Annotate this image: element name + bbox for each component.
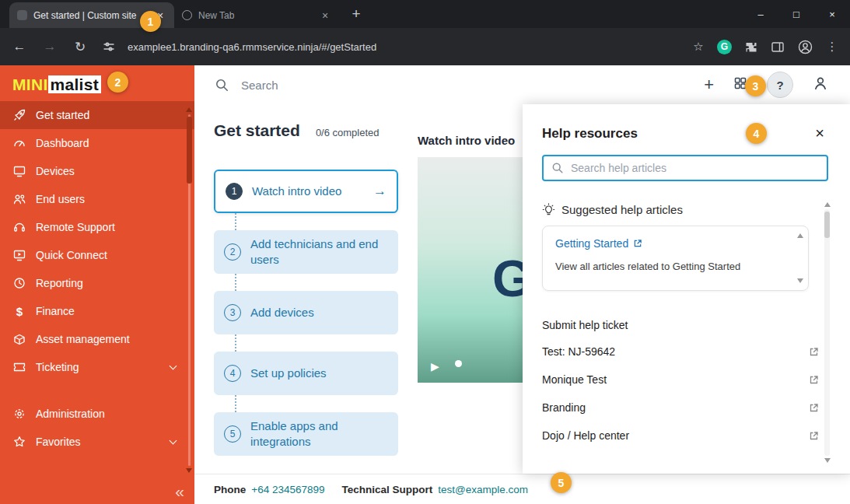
forward-button[interactable]: → — [40, 37, 60, 57]
support-email-link[interactable]: test@example.com — [438, 484, 528, 495]
scroll-up-arrow-icon[interactable] — [186, 107, 192, 112]
annotation-badge-3: 3 — [745, 75, 766, 96]
sidebar-divider — [0, 381, 194, 400]
step-label: Enable apps and integrations — [250, 418, 388, 450]
quick-connect-icon — [12, 248, 26, 262]
submit-ticket-heading: Submit help ticket — [542, 319, 828, 331]
tab-title: Get started | Custom site — [33, 10, 148, 21]
sidebar-item-reporting[interactable]: Reporting — [0, 269, 194, 297]
help-panel-header: Help resources × — [542, 124, 828, 142]
external-link-icon[interactable] — [809, 403, 819, 413]
external-link-icon[interactable] — [809, 375, 819, 385]
reload-button[interactable]: ↻ — [70, 37, 90, 57]
profile-avatar-icon[interactable] — [796, 40, 813, 54]
help-search-box[interactable] — [542, 155, 828, 181]
phone-link[interactable]: +64 234567899 — [251, 484, 324, 495]
menu-kebab-icon[interactable]: ⋮ — [824, 40, 841, 54]
scrollbar-thumb[interactable] — [824, 212, 830, 238]
sidebar-item-label: Ticketing — [36, 361, 79, 373]
tab-close-icon[interactable]: × — [319, 9, 331, 22]
step-add-technicians[interactable]: 2 Add technicians and end users — [214, 230, 398, 274]
logo-text-secondary: malist — [48, 75, 102, 93]
help-panel-title: Help resources — [542, 126, 638, 142]
help-panel-scrollbar[interactable] — [824, 202, 831, 463]
step-number-badge: 1 — [226, 183, 243, 200]
close-icon[interactable]: × — [811, 124, 828, 142]
step-label: Add devices — [250, 305, 314, 320]
globe-favicon-icon — [182, 10, 192, 20]
address-url[interactable]: examplee1.branding-qa6.rmmservice.ninja/… — [128, 41, 680, 53]
browser-window: Get started | Custom site × New Tab × + … — [0, 0, 850, 504]
window-controls: – □ × — [743, 0, 850, 28]
external-link-icon[interactable] — [809, 347, 819, 357]
step-number-badge: 2 — [224, 243, 241, 261]
sidebar-item-get-started[interactable]: Get started — [0, 101, 194, 129]
sidebar-item-label: Administration — [36, 408, 105, 420]
user-profile-icon[interactable] — [813, 75, 828, 94]
card-scroll-down-icon[interactable] — [797, 278, 803, 283]
sidebar-item-label: Reporting — [36, 277, 83, 289]
sidebar-item-end-users[interactable]: End users — [0, 185, 194, 213]
bookmark-star-icon[interactable]: ☆ — [690, 40, 707, 54]
site-info-icon[interactable] — [100, 40, 117, 53]
ticket-label: Test: NJ-59642 — [542, 345, 615, 358]
ticket-row[interactable]: Dojo / Help center — [542, 422, 819, 450]
sidebar-item-asset-management[interactable]: Asset management — [0, 325, 194, 353]
search-input[interactable] — [241, 79, 412, 92]
new-tab-button[interactable]: + — [347, 5, 366, 23]
sidebar-item-label: Finance — [36, 305, 75, 317]
add-plus-icon[interactable]: + — [704, 75, 714, 95]
ticket-row[interactable]: Test: NJ-59642 — [542, 338, 819, 366]
sidebar: MINImalist Get started Dashboard Devices… — [0, 65, 194, 504]
minimize-button[interactable]: – — [743, 0, 778, 28]
scrollbar-track — [824, 209, 830, 456]
sidebar-scrollbar[interactable] — [185, 107, 194, 473]
arrow-right-icon: → — [373, 184, 387, 199]
scroll-up-arrow-icon[interactable] — [824, 202, 831, 207]
scrollbar-thumb[interactable] — [187, 117, 192, 184]
app-logo[interactable]: MINImalist — [0, 65, 194, 101]
step-number-badge: 4 — [224, 365, 241, 382]
suggested-articles-label: Suggested help articles — [561, 203, 683, 216]
help-search-input[interactable] — [571, 162, 819, 174]
step-set-up-policies[interactable]: 4 Set up policies — [214, 352, 398, 395]
getting-started-link[interactable]: Getting Started — [555, 237, 642, 250]
sidebar-item-devices[interactable]: Devices — [0, 157, 194, 185]
step-add-devices[interactable]: 3 Add devices — [214, 291, 398, 334]
play-icon[interactable]: ▶ — [431, 360, 439, 373]
step-connector — [235, 274, 398, 291]
chevron-down-icon — [170, 436, 177, 444]
side-panel-icon[interactable] — [769, 40, 786, 54]
sidebar-item-favorites[interactable]: Favorites — [0, 428, 194, 456]
external-link-icon[interactable] — [809, 431, 819, 441]
sidebar-item-dashboard[interactable]: Dashboard — [0, 129, 194, 157]
page-title: Get started — [214, 121, 300, 140]
ticket-row[interactable]: Branding — [542, 394, 819, 422]
browser-tab-newtab[interactable]: New Tab × — [174, 2, 339, 28]
sidebar-item-label: Remote Support — [36, 221, 115, 233]
help-question-icon[interactable]: ? — [767, 72, 793, 98]
sidebar-item-label: Devices — [36, 165, 75, 177]
global-search[interactable] — [215, 78, 412, 93]
ticket-row[interactable]: Monique Test — [542, 366, 819, 394]
sidebar-item-quick-connect[interactable]: Quick Connect — [0, 241, 194, 269]
contact-footer: Phone +64 234567899 Technical Support te… — [194, 474, 850, 504]
sidebar-item-administration[interactable]: Administration — [0, 400, 194, 428]
scroll-down-arrow-icon[interactable] — [824, 458, 831, 463]
sidebar-item-finance[interactable]: $ Finance — [0, 297, 194, 325]
step-connector — [235, 395, 398, 412]
sidebar-collapse-button[interactable]: « — [175, 482, 184, 501]
step-enable-apps[interactable]: 5 Enable apps and integrations — [214, 412, 398, 456]
sidebar-item-remote-support[interactable]: Remote Support — [0, 213, 194, 241]
video-progress-dot[interactable] — [455, 360, 462, 367]
extensions-puzzle-icon[interactable] — [742, 40, 759, 54]
maximize-button[interactable]: □ — [778, 0, 814, 28]
step-watch-intro-video[interactable]: 1 Watch intro video → — [214, 170, 398, 213]
grammarly-extension-icon[interactable]: G — [717, 40, 732, 54]
scroll-down-arrow-icon[interactable] — [186, 468, 192, 473]
card-scroll-up-icon[interactable] — [797, 233, 803, 238]
back-button[interactable]: ← — [9, 37, 30, 57]
window-close-button[interactable]: × — [814, 0, 850, 28]
sidebar-item-ticketing[interactable]: Ticketing — [0, 353, 194, 381]
support-label: Technical Support — [342, 484, 433, 495]
